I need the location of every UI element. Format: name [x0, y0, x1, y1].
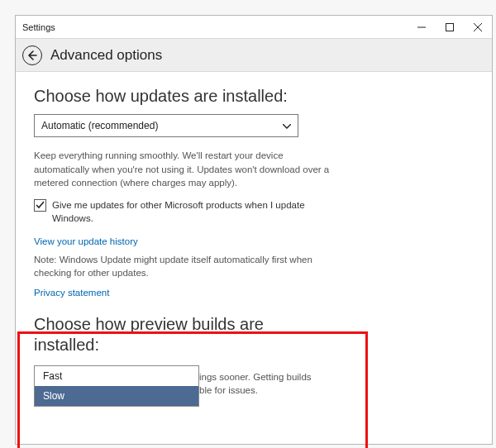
minimize-button[interactable]	[408, 16, 436, 39]
maximize-icon	[446, 23, 454, 31]
back-button[interactable]	[22, 45, 42, 65]
close-icon	[474, 23, 482, 31]
content-area: Choose how updates are installed: Automa…	[16, 72, 492, 355]
other-products-checkbox[interactable]	[34, 199, 46, 212]
updates-description: Keep everything running smoothly. We'll …	[34, 149, 331, 190]
page-title: Advanced options	[50, 47, 162, 64]
back-arrow-icon	[27, 50, 37, 60]
update-mode-select[interactable]: Automatic (recommended)	[34, 114, 298, 137]
preview-section: Choose how preview builds are installed:…	[34, 314, 474, 355]
close-button[interactable]	[464, 16, 492, 39]
preview-heading: Choose how preview builds are installed:	[34, 314, 282, 355]
maximize-button[interactable]	[436, 16, 464, 39]
update-history-link[interactable]: View your update history	[34, 236, 474, 246]
updates-heading: Choose how updates are installed:	[34, 87, 474, 106]
page-header: Advanced options	[16, 39, 492, 72]
update-note: Note: Windows Update might update itself…	[34, 253, 331, 279]
minimize-icon	[417, 23, 426, 31]
settings-window: Settings Advanced options Choose how upd…	[15, 15, 493, 445]
privacy-statement-link[interactable]: Privacy statement	[34, 288, 474, 298]
window-title: Settings	[22, 22, 408, 32]
update-mode-value: Automatic (recommended)	[41, 120, 158, 131]
chevron-down-icon	[283, 120, 291, 131]
titlebar: Settings	[16, 16, 492, 39]
check-icon	[36, 201, 45, 210]
dropdown-option-fast[interactable]: Fast	[35, 366, 198, 386]
other-products-label: Give me updates for other Microsoft prod…	[52, 198, 331, 225]
preview-description-partial: ings sooner. Getting builds ble for issu…	[199, 370, 356, 397]
preview-ring-dropdown[interactable]: Fast Slow	[34, 365, 199, 407]
dropdown-option-slow[interactable]: Slow	[35, 386, 198, 406]
other-products-checkbox-row: Give me updates for other Microsoft prod…	[34, 198, 331, 225]
svg-rect-1	[446, 23, 454, 31]
